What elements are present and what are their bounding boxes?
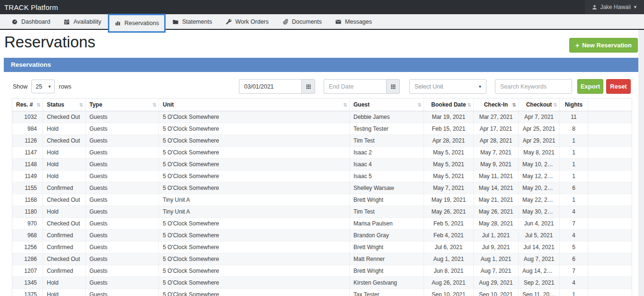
table-header-row: Res. #⇅ Status⇅ Type⇅ Unit⇅ Guest⇅ Booke… <box>12 99 632 111</box>
cell-type: Guests <box>86 242 159 253</box>
reset-button[interactable]: Reset <box>606 79 631 94</box>
cell-type: Guests <box>86 135 159 147</box>
table-row[interactable]: 1256ConfirmedGuests5 O'Clock SomewhereBr… <box>12 242 632 253</box>
end-date-input[interactable] <box>324 79 386 94</box>
table-row[interactable]: 1168Checked OutGuestsTiny Unit ABrett Wr… <box>12 194 632 206</box>
top-bar: TRACK Platform Jake Hawaii ▼ <box>0 0 644 14</box>
cell-guest: Marisa Paulsen <box>350 218 424 230</box>
table-row[interactable]: 1126Checked OutGuests5 O'Clock Somewhere… <box>12 135 632 147</box>
col-header-checkout[interactable]: Checkout⇅ <box>519 99 560 111</box>
cell-res: 1168 <box>12 194 43 206</box>
cell-booked: Apr 28, 2021 <box>424 135 474 147</box>
nav-item-dashboard[interactable]: Dashboard <box>5 14 57 29</box>
new-reservation-button[interactable]: + New Reservation <box>569 38 638 53</box>
cell-booked: Jul 6, 2021 <box>424 242 474 253</box>
col-header-status[interactable]: Status⇅ <box>43 99 86 111</box>
cell-checkin: May 26, 2021 <box>474 206 519 218</box>
end-date-group <box>324 79 400 94</box>
main-nav: Dashboard Availability Reservations Stat… <box>0 14 644 30</box>
cell-unit: 5 O'Clock Somewhere <box>159 111 350 123</box>
table-row[interactable]: 1375HoldGuests5 O'Clock SomewhereTax Tes… <box>12 289 632 296</box>
nav-item-documents[interactable]: Documents <box>275 14 328 29</box>
cell-status: Confirmed <box>43 265 86 277</box>
cell-unit: 5 O'Clock Somewhere <box>159 159 350 170</box>
cell-booked: Sep 10, 2021 <box>424 289 474 296</box>
cell-status: Hold <box>43 123 86 135</box>
cell-type: Guests <box>86 182 159 194</box>
cell-booked: May 19, 2021 <box>424 194 474 206</box>
unit-select[interactable]: Select Unit ▾ <box>409 79 486 94</box>
col-header-checkin[interactable]: Check-In⇅ <box>474 99 519 111</box>
cell-guest: Isaac 4 <box>350 159 424 170</box>
nav-item-reservations[interactable]: Reservations <box>108 14 166 33</box>
cell-booked: Feb 5, 2021 <box>424 218 474 230</box>
table-row[interactable]: 968ConfirmedGuests5 O'Clock SomewhereBra… <box>12 230 632 242</box>
col-header-booked[interactable]: Booked Date⇅ <box>424 99 474 111</box>
chevron-down-icon: ▼ <box>633 5 637 9</box>
cell-guest: Tax Tester <box>350 289 424 296</box>
cell-nights: 1 <box>560 147 588 159</box>
cell-checkin: May 11, 2021 <box>474 170 519 182</box>
table-row[interactable]: 1155ConfirmedGuests5 O'Clock SomewhereSh… <box>12 182 632 194</box>
col-header-unit[interactable]: Unit⇅ <box>159 99 350 111</box>
cell-actions <box>588 253 632 265</box>
cell-checkin: Apr 17, 2021 <box>474 123 519 135</box>
calendar-grid-icon[interactable] <box>386 79 400 94</box>
col-header-nights[interactable]: Nights <box>560 99 588 111</box>
table-row[interactable]: 984HoldGuests5 O'Clock SomewhereTesting … <box>12 123 632 135</box>
col-header-guest[interactable]: Guest⇅ <box>350 99 424 111</box>
cell-res: 1375 <box>12 289 43 296</box>
cell-unit: 5 O'Clock Somewhere <box>159 265 350 277</box>
cell-type: Guests <box>86 218 159 230</box>
cell-checkout: Jul 5, 2021 <box>519 230 560 242</box>
folder-icon <box>172 18 179 25</box>
cell-actions <box>588 230 632 242</box>
cell-nights: 8 <box>560 123 588 135</box>
search-input[interactable] <box>495 79 572 94</box>
export-button[interactable]: Export <box>577 79 603 94</box>
envelope-icon <box>335 18 342 25</box>
cell-nights: 1 <box>560 194 588 206</box>
sort-icon: ⇅ <box>79 102 83 108</box>
table-row[interactable]: 1148HoldGuests5 O'Clock SomewhereIsaac 4… <box>12 159 632 170</box>
cell-type: Guests <box>86 206 159 218</box>
nav-item-messages[interactable]: Messages <box>328 14 379 29</box>
calendar-grid-icon[interactable] <box>301 79 315 94</box>
cell-checkout: May 12, 2021 <box>519 170 560 182</box>
nav-label: Documents <box>292 18 322 25</box>
table-row[interactable]: 970Checked OutGuests5 O'Clock SomewhereM… <box>12 218 632 230</box>
nav-item-availability[interactable]: Availability <box>57 14 108 29</box>
table-row[interactable]: 1345HoldGuests5 O'Clock SomewhereKirsten… <box>12 277 632 289</box>
cell-type: Guests <box>86 123 159 135</box>
nav-item-statements[interactable]: Statements <box>166 14 219 29</box>
cell-unit: 5 O'Clock Somewhere <box>159 170 350 182</box>
cell-checkin: Aug 7, 2021 <box>474 265 519 277</box>
cell-nights: 6 <box>560 253 588 265</box>
cell-res: 1207 <box>12 265 43 277</box>
start-date-input[interactable] <box>239 79 301 94</box>
nav-item-work-orders[interactable]: Work Orders <box>219 14 275 29</box>
table-row[interactable]: 1147HoldGuests5 O'Clock SomewhereIsaac 2… <box>12 147 632 159</box>
page-size-select[interactable]: 25 ▾ <box>31 80 55 93</box>
cell-res: 984 <box>12 123 43 135</box>
user-menu[interactable]: Jake Hawaii ▼ <box>585 0 644 14</box>
table-row[interactable]: 1032Checked OutGuests5 O'Clock Somewhere… <box>12 111 632 123</box>
cell-checkout: May 10, 2021 <box>519 159 560 170</box>
cell-actions <box>588 277 632 289</box>
unit-select-value: Select Unit <box>415 83 443 90</box>
cell-actions <box>588 194 632 206</box>
cell-actions <box>588 170 632 182</box>
page-size-group: Show 25 ▾ rows <box>13 79 71 94</box>
table-row[interactable]: 1149HoldGuests5 O'Clock SomewhereIsaac 5… <box>12 170 632 182</box>
cell-booked: Feb 15, 2021 <box>424 123 474 135</box>
table-row[interactable]: 1286Checked OutGuests5 O'Clock Somewhere… <box>12 253 632 265</box>
col-header-res[interactable]: Res. #⇅ <box>12 99 43 111</box>
cell-nights: 1 <box>560 289 588 296</box>
col-header-type[interactable]: Type⇅ <box>86 99 159 111</box>
cell-nights: 11 <box>560 111 588 123</box>
cell-actions <box>588 147 632 159</box>
table-row[interactable]: 1180HoldGuestsTiny Unit ATim TestMay 26,… <box>12 206 632 218</box>
cell-guest: Brandon Gray <box>350 230 424 242</box>
table-row[interactable]: 1207ConfirmedGuests5 O'Clock SomewhereBr… <box>12 265 632 277</box>
cell-checkout: May 22, 2021 <box>519 194 560 206</box>
